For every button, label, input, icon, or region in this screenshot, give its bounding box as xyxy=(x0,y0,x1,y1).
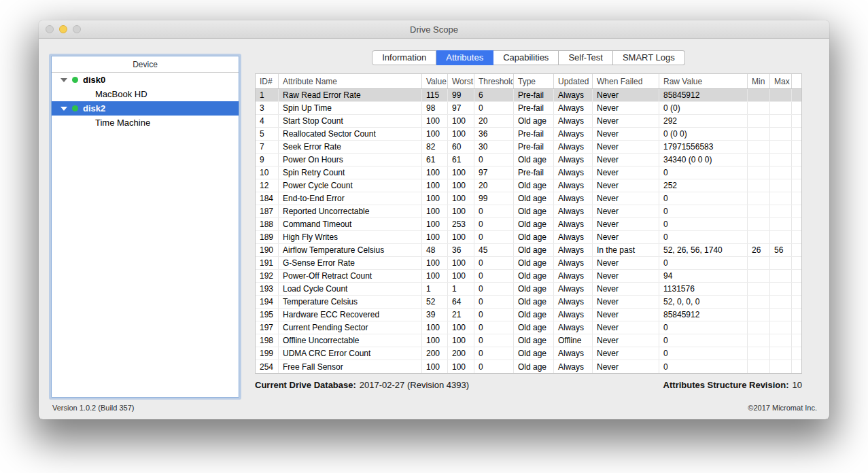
table-row[interactable]: 3Spin Up Time98970Pre-failAlwaysNever0 (… xyxy=(256,102,801,115)
table-cell: 12 xyxy=(256,179,279,192)
table-row[interactable]: 9Power On Hours61610Old ageAlwaysNever34… xyxy=(256,154,801,167)
table-cell xyxy=(748,89,770,101)
table-row[interactable]: 198Offline Uncorrectable1001000Old ageOf… xyxy=(256,334,801,347)
table-row[interactable]: 5Reallocated Sector Count10010036Pre-fai… xyxy=(256,128,801,141)
tab-capabilities[interactable]: Capabilities xyxy=(493,50,559,65)
table-cell: 0 xyxy=(474,321,514,334)
table-row[interactable]: 188Command Timeout1002530Old ageAlwaysNe… xyxy=(256,218,801,231)
table-row[interactable]: 199UDMA CRC Error Count2002000Old ageAlw… xyxy=(256,347,801,360)
table-cell: 0 xyxy=(659,334,748,347)
sidebar-item-disk0[interactable]: disk0 xyxy=(52,73,239,87)
table-cell: Power On Hours xyxy=(279,154,422,166)
column-header-threshold[interactable]: Threshold xyxy=(474,74,514,88)
table-cell xyxy=(770,334,792,347)
table-cell: Current Pending Sector xyxy=(279,321,422,334)
table-cell: Pre-fail xyxy=(514,167,554,179)
table-cell: Old age xyxy=(514,309,554,321)
table-row[interactable]: 10Spin Retry Count10010097Pre-failAlways… xyxy=(256,167,801,179)
table-cell: 85845912 xyxy=(659,309,748,321)
table-cell: 100 xyxy=(422,257,448,269)
column-header-worst[interactable]: Worst xyxy=(448,74,474,88)
table-cell: Offline Uncorrectable xyxy=(279,334,422,347)
table-cell: UDMA CRC Error Count xyxy=(279,347,422,360)
table-row[interactable]: 192Power-Off Retract Count1001000Old age… xyxy=(256,270,801,283)
table-row[interactable]: 254Free Fall Sensor1001000Old ageAlwaysN… xyxy=(256,360,801,373)
table-cell: 100 xyxy=(422,167,448,179)
table-cell xyxy=(792,102,803,114)
table-cell: 100 xyxy=(422,334,448,347)
table-cell: Always xyxy=(554,283,593,295)
table-cell: 100 xyxy=(448,192,474,205)
table-row[interactable]: 12Power Cycle Count10010020Old ageAlways… xyxy=(256,179,801,192)
table-cell: 100 xyxy=(448,205,474,217)
sidebar-item-time-machine[interactable]: Time Machine xyxy=(52,116,239,130)
tab-self-test[interactable]: Self-Test xyxy=(559,50,613,65)
minimize-button[interactable] xyxy=(59,25,67,33)
table-cell: 0 xyxy=(474,347,514,360)
table-cell: Always xyxy=(554,244,593,256)
table-cell xyxy=(770,141,792,153)
table-row[interactable]: 7Seek Error Rate826030Pre-failAlwaysNeve… xyxy=(256,141,801,154)
table-row[interactable]: 190Airflow Temperature Celsius483645Old … xyxy=(256,244,801,257)
table-cell xyxy=(792,334,803,347)
table-cell: G-Sense Error Rate xyxy=(279,257,422,269)
table-row[interactable]: 191G-Sense Error Rate1001000Old ageAlway… xyxy=(256,257,801,270)
table-row[interactable]: 187Reported Uncorrectable1001000Old ageA… xyxy=(256,205,801,218)
tab-smart-logs[interactable]: SMART Logs xyxy=(613,50,685,65)
table-row[interactable]: 184End-to-End Error10010099Old ageAlways… xyxy=(256,192,801,205)
table-cell: Old age xyxy=(514,218,554,230)
sidebar-item-disk2[interactable]: disk2 xyxy=(52,101,239,116)
sidebar-item-macbook-hd[interactable]: MacBook HD xyxy=(52,87,239,101)
table-row[interactable]: 193Load Cycle Count110Old ageAlwaysNever… xyxy=(256,283,801,296)
tab-attributes[interactable]: Attributes xyxy=(436,50,493,65)
table-cell: Old age xyxy=(514,244,554,256)
table-row[interactable]: 189High Fly Writes1001000Old ageAlwaysNe… xyxy=(256,231,801,244)
column-header-id[interactable]: ID# xyxy=(256,74,279,88)
titlebar[interactable]: Drive Scope xyxy=(39,20,829,39)
table-cell xyxy=(792,231,803,243)
disclosure-triangle-icon[interactable] xyxy=(60,107,67,111)
column-header-updated[interactable]: Updated xyxy=(554,74,593,88)
table-cell: 100 xyxy=(422,115,448,127)
table-cell xyxy=(792,296,803,308)
table-cell: 97 xyxy=(474,167,514,179)
table-cell: Never xyxy=(593,89,659,101)
table-cell: 0 xyxy=(474,270,514,282)
table-cell: 200 xyxy=(422,347,448,360)
table-cell xyxy=(748,347,770,360)
table-cell: 100 xyxy=(448,321,474,334)
table-cell: 0 xyxy=(474,283,514,295)
column-header-when-failed[interactable]: When Failed xyxy=(593,74,659,88)
table-cell: 0 (0) xyxy=(659,102,748,114)
tab-information[interactable]: Information xyxy=(372,50,436,65)
table-body: 1Raw Read Error Rate115996Pre-failAlways… xyxy=(256,89,801,373)
column-header-min[interactable]: Min xyxy=(748,74,770,88)
table-cell: 0 xyxy=(659,167,748,179)
status-dot-icon xyxy=(72,77,78,83)
column-header-max[interactable]: Max xyxy=(770,74,792,88)
table-cell: Always xyxy=(554,167,593,179)
column-header-attribute-name[interactable]: Attribute Name xyxy=(279,74,422,88)
table-row[interactable]: 197Current Pending Sector1001000Old ageA… xyxy=(256,321,801,334)
table-row[interactable]: 194Temperature Celsius52640Old ageAlways… xyxy=(256,296,801,309)
table-cell: 0 xyxy=(659,192,748,205)
column-header-type[interactable]: Type xyxy=(514,74,554,88)
table-cell: 188 xyxy=(256,218,279,230)
table-cell: Always xyxy=(554,231,593,243)
zoom-button[interactable] xyxy=(73,25,81,33)
column-header-value[interactable]: Value xyxy=(422,74,448,88)
table-cell: 100 xyxy=(422,192,448,205)
table-cell: Never xyxy=(593,309,659,321)
column-header-raw-value[interactable]: Raw Value xyxy=(659,74,748,88)
window-title: Drive Scope xyxy=(410,24,458,35)
table-row[interactable]: 1Raw Read Error Rate115996Pre-failAlways… xyxy=(256,89,801,102)
table-row[interactable]: 195Hardware ECC Recovered39210Old ageAlw… xyxy=(256,309,801,321)
disclosure-triangle-icon[interactable] xyxy=(60,78,67,82)
table-cell: Always xyxy=(554,89,593,101)
table-cell: Old age xyxy=(514,231,554,243)
close-button[interactable] xyxy=(46,25,54,33)
table-cell: 292 xyxy=(659,115,748,127)
table-cell xyxy=(792,141,803,153)
table-cell xyxy=(792,179,803,192)
table-row[interactable]: 4Start Stop Count10010020Old ageAlwaysNe… xyxy=(256,115,801,128)
